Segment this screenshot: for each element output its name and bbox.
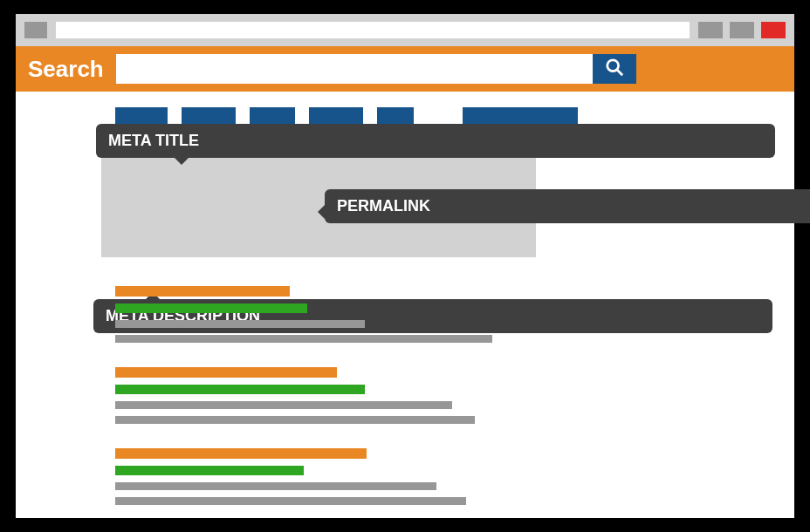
close-button[interactable] <box>761 22 786 38</box>
search-button[interactable] <box>593 54 636 84</box>
result-description-line <box>115 335 492 343</box>
result-tabs <box>115 107 794 125</box>
search-icon <box>605 58 624 80</box>
svg-point-0 <box>607 60 618 72</box>
results-list: META TITLE PERMALINK META DESCRIPTION <box>115 163 794 505</box>
result-permalink[interactable] <box>115 385 365 394</box>
result-description-line <box>115 416 475 424</box>
result-description-line <box>115 401 452 409</box>
result-description-line <box>115 320 365 328</box>
result-title[interactable] <box>115 448 367 459</box>
callout-permalink: PERMALINK <box>325 189 810 223</box>
tab-item[interactable] <box>115 107 168 125</box>
window-controls <box>698 22 786 38</box>
maximize-button[interactable] <box>730 22 754 38</box>
result-description-line <box>115 482 436 490</box>
tab-item[interactable] <box>250 107 295 125</box>
result-title[interactable] <box>115 286 290 297</box>
minimize-button[interactable] <box>698 22 723 38</box>
window-titlebar <box>16 14 794 46</box>
result-permalink[interactable] <box>115 304 307 313</box>
search-label: Search <box>28 56 104 83</box>
result-item <box>115 448 794 505</box>
tab-item[interactable] <box>182 107 236 125</box>
callout-meta-title: META TITLE <box>96 124 775 158</box>
result-item <box>115 367 794 424</box>
address-bar[interactable] <box>56 22 690 38</box>
svg-line-1 <box>616 70 621 75</box>
results-area: META TITLE PERMALINK META DESCRIPTION <box>16 92 794 505</box>
window-menu-button[interactable] <box>24 22 47 38</box>
search-field <box>116 54 636 84</box>
tab-item[interactable] <box>377 107 414 125</box>
browser-window: Search META TITLE PERMALINK META D <box>15 13 795 519</box>
tab-item[interactable] <box>463 107 578 125</box>
result-permalink[interactable] <box>115 466 304 475</box>
tab-item[interactable] <box>309 107 363 125</box>
search-bar: Search <box>16 46 794 92</box>
result-description-line <box>115 497 466 505</box>
result-title[interactable] <box>115 367 337 378</box>
search-input[interactable] <box>116 54 593 84</box>
